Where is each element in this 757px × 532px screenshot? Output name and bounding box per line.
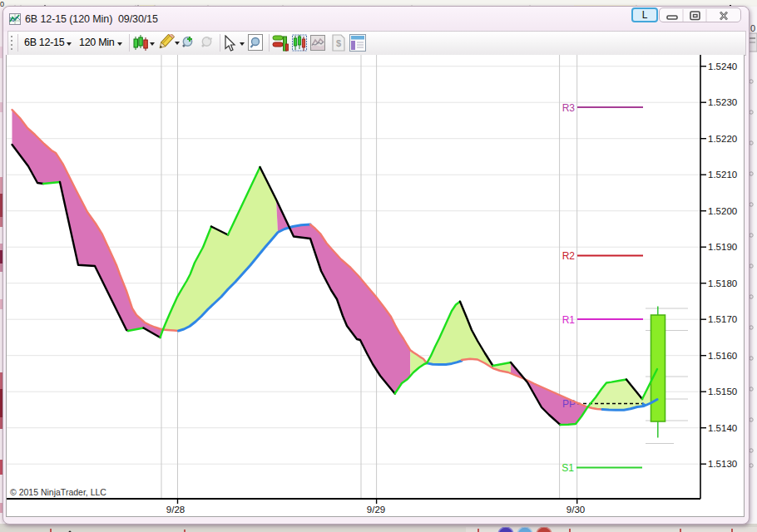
svg-text:1.5200: 1.5200 <box>708 206 737 216</box>
svg-text:1.5170: 1.5170 <box>708 314 737 324</box>
svg-text:R1: R1 <box>562 314 576 326</box>
svg-text:$: $ <box>336 38 341 48</box>
svg-text:R3: R3 <box>562 102 576 114</box>
svg-text:1.5220: 1.5220 <box>708 134 737 144</box>
svg-text:1.5190: 1.5190 <box>708 242 737 252</box>
svg-text:9/29: 9/29 <box>367 505 385 515</box>
svg-text:R2: R2 <box>562 250 576 262</box>
svg-text:1.5240: 1.5240 <box>708 62 737 71</box>
svg-text:1.5210: 1.5210 <box>708 170 737 180</box>
svg-text:9/30: 9/30 <box>567 505 585 515</box>
svg-text:1.5140: 1.5140 <box>708 423 737 433</box>
svg-text:1.5230: 1.5230 <box>708 97 737 107</box>
svg-text:1.5160: 1.5160 <box>708 351 737 361</box>
svg-text:1.5130: 1.5130 <box>708 459 737 469</box>
svg-text:1.5150: 1.5150 <box>708 387 737 397</box>
svg-text:S1: S1 <box>562 462 574 474</box>
svg-text:9/28: 9/28 <box>166 505 185 515</box>
svg-text:1.5180: 1.5180 <box>708 278 737 288</box>
svg-text:© 2015 NinjaTrader, LLC: © 2015 NinjaTrader, LLC <box>10 487 106 497</box>
